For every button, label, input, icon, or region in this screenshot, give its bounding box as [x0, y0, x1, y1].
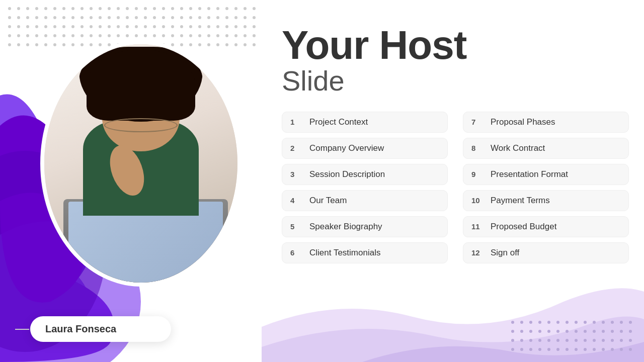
toc-item-12: 12 Sign off — [463, 242, 629, 263]
toc-label-10: Payment Terms — [491, 196, 550, 206]
toc-label-12: Sign off — [491, 248, 519, 258]
speaker-name-badge: Laura Fonseca — [30, 316, 171, 342]
table-of-contents: 1 Project Context 7 Proposal Phases 2 Co… — [282, 112, 629, 263]
toc-number-4: 4 — [290, 196, 302, 205]
title-main: Your Host — [282, 25, 629, 65]
toc-label-4: Our Team — [309, 196, 347, 206]
toc-number-5: 5 — [290, 222, 302, 231]
toc-label-2: Company Overview — [309, 143, 384, 153]
toc-item-9: 9 Presentation Format — [463, 164, 629, 185]
toc-label-9: Presentation Format — [491, 169, 568, 179]
toc-item-7: 7 Proposal Phases — [463, 112, 629, 133]
toc-item-10: 10 Payment Terms — [463, 190, 629, 211]
toc-number-12: 12 — [471, 248, 484, 257]
toc-label-5: Speaker Biography — [309, 222, 382, 232]
toc-number-6: 6 — [290, 248, 302, 257]
toc-label-7: Proposal Phases — [491, 117, 555, 127]
toc-item-3: 3 Session Description — [282, 164, 448, 185]
speaker-name: Laura Fonseca — [45, 323, 116, 335]
toc-label-1: Project Context — [309, 117, 368, 127]
title-area: Your Host Slide — [282, 25, 629, 97]
toc-number-2: 2 — [290, 144, 302, 152]
toc-item-2: 2 Company Overview — [282, 138, 448, 159]
toc-item-8: 8 Work Contract — [463, 138, 629, 159]
toc-number-10: 10 — [471, 196, 484, 205]
toc-number-1: 1 — [290, 118, 302, 126]
avatar — [40, 40, 242, 287]
toc-label-8: Work Contract — [491, 143, 545, 153]
toc-number-7: 7 — [471, 118, 484, 126]
toc-item-4: 4 Our Team — [282, 190, 448, 211]
toc-item-5: 5 Speaker Biography — [282, 216, 448, 237]
toc-item-11: 11 Proposed Budget — [463, 216, 629, 237]
toc-item-1: 1 Project Context — [282, 112, 448, 133]
toc-number-11: 11 — [471, 222, 484, 231]
toc-label-11: Proposed Budget — [491, 222, 556, 232]
toc-label-6: Client Testimonials — [309, 248, 380, 258]
toc-label-3: Session Description — [309, 169, 385, 179]
toc-item-6: 6 Client Testimonials — [282, 242, 448, 263]
toc-number-8: 8 — [471, 144, 484, 152]
content-area: Your Host Slide 1 Project Context 7 Prop… — [282, 25, 629, 352]
toc-number-3: 3 — [290, 170, 302, 178]
toc-number-9: 9 — [471, 170, 484, 178]
title-sub: Slide — [282, 65, 629, 97]
